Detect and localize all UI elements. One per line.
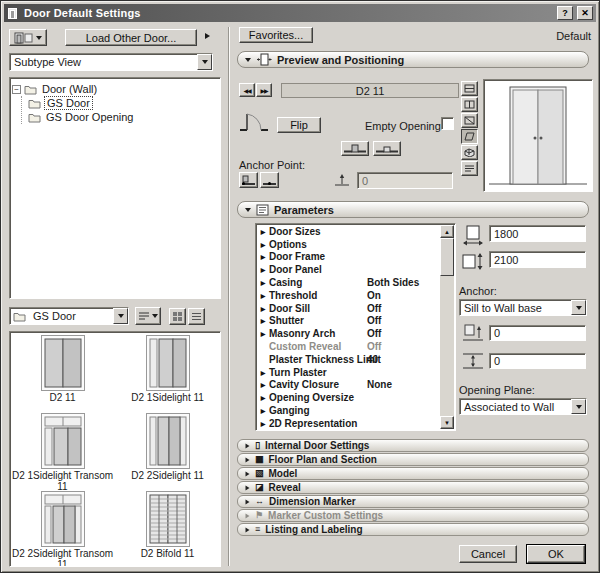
scroll-down-button[interactable]: ▼ [440,416,454,429]
parameters-section-header[interactable]: Parameters [237,201,589,218]
parameter-row[interactable]: ▶Door SillOff [257,302,440,315]
parameter-row[interactable]: ▶Options [257,238,440,251]
preview-front-button[interactable] [461,97,478,112]
library-folder-value: GS Door [29,310,110,322]
door-swing-icon [239,111,269,133]
expand-triangle-icon[interactable]: ▶ [257,292,269,299]
section-dimension-marker[interactable]: ↔Dimension Marker [237,495,589,508]
parameter-row[interactable]: ▶Turn Plaster [257,366,440,379]
view-list-button[interactable] [188,308,205,325]
preview-side-button[interactable] [461,113,478,128]
parameter-row[interactable]: ▶Masonry ArchOff [257,327,440,340]
anchor-center-icon [262,174,277,186]
anchor-center-button[interactable] [260,172,279,188]
expand-triangle-icon[interactable]: ▶ [257,317,269,324]
subtype-tree[interactable]: − Door (Wall) GS Door GS Door Op [9,77,221,299]
anchor-dropdown-button[interactable] [571,300,586,315]
favorites-button[interactable]: Favorites... [239,27,313,43]
close-button[interactable]: ✕ [577,6,593,20]
door-thumbnail[interactable]: D2 2Sidelight 11 [115,410,220,488]
parameter-row[interactable]: ▶Door Sizes [257,225,440,238]
preview-notes-button[interactable] [461,161,478,176]
preview-axo-button[interactable] [461,129,478,144]
parameters-scrollbar[interactable]: ▲ ▼ [440,225,454,429]
parameter-row[interactable]: Plaster Thickness Limit40 [257,353,440,366]
expand-triangle-icon[interactable]: ▶ [257,279,269,286]
door-thumbnail[interactable]: D2 1Sidelight Transom 11 [10,410,115,488]
parameter-row[interactable]: ▶Door Panel [257,263,440,276]
section-marker-custom-settings[interactable]: ⚑Marker Custom Settings [237,509,589,522]
parameters-list[interactable]: ▶Door Sizes▶Options▶Door Frame▶Door Pane… [255,223,456,431]
view-thumbnails-button[interactable] [169,308,186,325]
previous-door-button[interactable]: ◀◀ [239,83,255,97]
scroll-up-button[interactable]: ▲ [440,225,454,238]
parameter-row[interactable]: ▶Ganging [257,404,440,417]
cancel-button[interactable]: Cancel [459,545,517,563]
tree-item-gs-door[interactable]: GS Door [28,96,218,110]
parameter-label: Door Sizes [269,226,321,237]
parameter-row[interactable]: ▶Opening Oversize [257,391,440,404]
preview-3d-button[interactable] [461,145,478,160]
library-folder-select[interactable]: GS Door [9,307,129,325]
expand-triangle-icon[interactable]: ▶ [257,407,269,414]
library-settings-button[interactable] [135,307,161,325]
section-listing-and-labeling[interactable]: ≡Listing and Labeling [237,523,589,536]
section-model[interactable]: ▧Model [237,467,589,480]
next-door-button[interactable]: ▶▶ [256,83,272,97]
door-height-field[interactable]: 2100 [489,251,586,268]
sill-position-right-icon[interactable] [373,141,401,156]
flip-button[interactable]: Flip [277,117,321,133]
expand-triangle-icon[interactable]: ▶ [257,266,269,273]
opening-plane-select[interactable]: Associated to Wall [459,398,587,415]
tree-item-door-wall[interactable]: − Door (Wall) [12,82,218,96]
expand-triangle-icon[interactable]: ▶ [257,381,269,388]
door-thumbnail[interactable]: D2 1Sidelight 11 [115,332,220,410]
scrollbar-thumb[interactable] [440,238,454,276]
expand-triangle-icon[interactable]: ▶ [257,305,269,312]
parameter-row[interactable]: ▶Cavity ClosureNone [257,379,440,392]
anchor-side-button[interactable] [239,172,258,188]
library-dropdown-button[interactable] [113,308,128,324]
expand-triangle-icon[interactable]: ▶ [257,228,269,235]
load-other-door-button[interactable]: Load Other Door... [65,29,197,46]
expand-triangle-icon[interactable]: ▶ [257,330,269,337]
subtype-dropdown-button[interactable] [197,54,212,70]
help-button[interactable]: ? [557,6,573,20]
preview-section-header[interactable]: Preview and Positioning [237,51,589,68]
empty-opening-checkbox[interactable] [441,117,454,130]
expand-triangle-icon[interactable]: ▶ [257,420,269,427]
header-offset-field[interactable]: 0 [489,353,586,369]
sill-position-left-icon[interactable] [341,141,369,156]
opening-plane-dropdown-button[interactable] [571,399,586,414]
preview-3d-icon [464,148,475,157]
door-width-field[interactable]: 1800 [489,225,586,242]
parameter-row[interactable]: ▶ShutterOff [257,315,440,328]
parameter-row[interactable]: ▶CasingBoth Sides [257,276,440,289]
subtype-view-select[interactable]: Subtype View [9,53,213,71]
parameter-row[interactable]: ▶ThresholdOn [257,289,440,302]
section-internal-door-settings[interactable]: ▯Internal Door Settings [237,439,589,452]
parameter-row[interactable]: Custom RevealOff [257,340,440,353]
door-thumbnail[interactable]: D2 11 [10,332,115,410]
tree-item-gs-door-opening[interactable]: GS Door Opening [28,110,218,124]
expand-triangle-icon[interactable]: ▶ [257,394,269,401]
expand-triangle-icon[interactable]: ▶ [257,369,269,376]
tree-collapse-icon[interactable]: − [12,85,21,94]
section-reveal[interactable]: ◪Reveal [237,481,589,494]
door-library-button[interactable] [9,29,47,46]
anchor-select[interactable]: Sill to Wall base [459,299,587,316]
titlebar[interactable]: Door Default Settings ? ✕ [4,4,596,22]
door-thumbnail-list[interactable]: D2 11D2 1Sidelight 11D2 1Sidelight Trans… [9,331,221,567]
sill-offset-field[interactable]: 0 [489,325,586,341]
section-floor-plan-and-section[interactable]: ▦Floor Plan and Section [237,453,589,466]
parameter-label: Custom Reveal [269,341,341,352]
expand-triangle-icon[interactable]: ▶ [257,241,269,248]
expand-triangle-icon[interactable]: ▶ [257,253,269,260]
flyout-menu-arrow-icon[interactable] [205,33,210,39]
door-thumbnail[interactable]: D2 Bifold 11 [115,488,220,566]
preview-plan-button[interactable] [461,81,478,96]
parameter-row[interactable]: ▶Door Frame [257,251,440,264]
ok-button[interactable]: OK [527,545,585,563]
door-thumbnail[interactable]: D2 2Sidelight Transom 11 [10,488,115,566]
parameter-row[interactable]: ▶2D Representation [257,417,440,430]
